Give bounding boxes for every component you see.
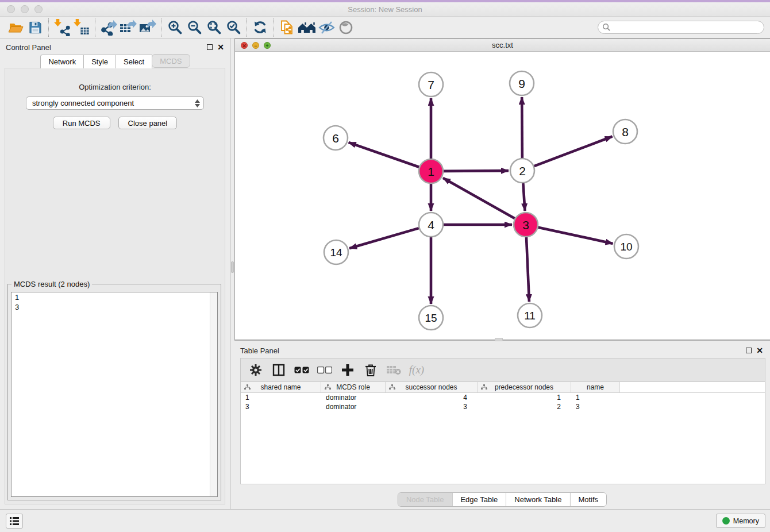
zoom-selected-button[interactable] bbox=[224, 18, 243, 37]
column-header-name[interactable]: name bbox=[571, 382, 620, 392]
svg-text:6: 6 bbox=[332, 132, 339, 145]
hide-graphics-details-button[interactable] bbox=[317, 18, 336, 37]
table-cell[interactable]: dominator bbox=[321, 402, 386, 411]
float-panel-icon[interactable] bbox=[746, 348, 752, 353]
export-image-button[interactable] bbox=[138, 18, 157, 37]
graph-node-7[interactable]: 7 bbox=[419, 72, 443, 97]
edge-3-10[interactable] bbox=[538, 228, 613, 244]
create-column-button[interactable] bbox=[337, 360, 358, 380]
delete-column-button[interactable] bbox=[360, 360, 381, 380]
graph-node-9[interactable]: 9 bbox=[510, 71, 534, 95]
delete-table-button[interactable] bbox=[383, 360, 404, 380]
import-table-button[interactable] bbox=[72, 18, 91, 37]
table-icon bbox=[79, 25, 90, 36]
graph-node-11[interactable]: 11 bbox=[518, 303, 542, 327]
memory-button[interactable]: Memory bbox=[716, 514, 765, 528]
duplicate-network-button[interactable] bbox=[278, 18, 297, 37]
run-mcds-button[interactable]: Run MCDS bbox=[53, 117, 110, 129]
graph-node-15[interactable]: 15 bbox=[419, 306, 443, 330]
edge-3-1[interactable] bbox=[443, 178, 515, 218]
save-session-button[interactable] bbox=[25, 18, 45, 37]
network-maximize-button[interactable]: + bbox=[264, 42, 271, 49]
column-header-successor-nodes[interactable]: successor nodes bbox=[386, 382, 478, 392]
import-network-button[interactable] bbox=[52, 18, 72, 37]
edge-2-3[interactable] bbox=[523, 183, 525, 211]
column-header-predecessor-nodes[interactable]: predecessor nodes bbox=[478, 382, 571, 392]
neighbors-button[interactable] bbox=[297, 18, 317, 37]
edge-1-6[interactable] bbox=[349, 142, 419, 167]
edge-1-2[interactable] bbox=[444, 171, 509, 171]
toolbar-separator bbox=[274, 18, 274, 37]
tab-network[interactable]: Network bbox=[40, 55, 84, 68]
network-window-titlebar[interactable]: ✕ − + scc.txt bbox=[235, 39, 770, 52]
titlebar[interactable]: Session: New Session bbox=[0, 2, 770, 17]
table-cell[interactable]: 4 bbox=[386, 393, 478, 402]
table-settings-button[interactable] bbox=[245, 360, 266, 380]
graph-node-1[interactable]: 1 bbox=[419, 159, 443, 183]
vertical-splitter[interactable] bbox=[230, 38, 234, 509]
export-table-button[interactable] bbox=[118, 18, 138, 37]
tab-network-table[interactable]: Network Table bbox=[506, 493, 569, 506]
tab-style[interactable]: Style bbox=[83, 55, 116, 68]
optimization-select[interactable]: strongly connected component bbox=[26, 97, 204, 110]
edge-2-9[interactable] bbox=[522, 97, 522, 158]
table-cell[interactable]: 1 bbox=[571, 393, 620, 402]
table-row[interactable]: 1dominator411 bbox=[241, 393, 765, 402]
refresh-layout-button[interactable] bbox=[251, 18, 270, 37]
tab-edge-table[interactable]: Edge Table bbox=[452, 493, 506, 506]
result-scrollbar[interactable] bbox=[210, 292, 217, 496]
show-columns-button[interactable] bbox=[268, 360, 289, 380]
edge-3-11[interactable] bbox=[526, 237, 529, 302]
app-window: Session: New Session bbox=[0, 0, 770, 532]
toolbar-separator bbox=[161, 18, 161, 37]
graph-node-3[interactable]: 3 bbox=[514, 213, 538, 237]
graph-node-4[interactable]: 4 bbox=[419, 213, 443, 237]
table-row[interactable]: 3dominator323 bbox=[241, 402, 765, 411]
splitter-handle[interactable] bbox=[231, 261, 234, 273]
table-cell[interactable]: 3 bbox=[386, 402, 478, 411]
column-header-shared-name[interactable]: shared name bbox=[241, 382, 321, 392]
toolbar-separator bbox=[95, 18, 95, 37]
close-panel-icon[interactable]: ✕ bbox=[217, 43, 224, 51]
tab-node-table[interactable]: Node Table bbox=[398, 493, 452, 506]
table-cell[interactable]: dominator bbox=[321, 393, 386, 402]
node-table[interactable]: shared nameMCDS rolesuccessor nodesprede… bbox=[240, 382, 765, 484]
table-tabs: Node TableEdge TableNetwork TableMotifs bbox=[398, 492, 607, 507]
search-input[interactable] bbox=[598, 21, 764, 34]
deselect-all-columns-button[interactable] bbox=[314, 360, 335, 380]
network-close-button[interactable]: ✕ bbox=[241, 42, 248, 49]
edge-2-8[interactable] bbox=[534, 137, 613, 167]
edge-4-14[interactable] bbox=[349, 228, 419, 248]
table-cell[interactable]: 3 bbox=[241, 402, 321, 411]
function-builder-button[interactable]: f(x) bbox=[406, 360, 427, 380]
horizontal-splitter-handle[interactable] bbox=[495, 338, 503, 341]
graph-node-10[interactable]: 10 bbox=[614, 234, 638, 259]
close-panel-icon[interactable]: ✕ bbox=[756, 346, 763, 354]
close-panel-button[interactable]: Close panel bbox=[118, 117, 178, 129]
graph-node-6[interactable]: 6 bbox=[324, 126, 348, 150]
graph-node-2[interactable]: 2 bbox=[510, 159, 534, 183]
network-canvas[interactable]: 7968124314101511 bbox=[235, 52, 770, 340]
tab-mcds[interactable]: MCDS bbox=[152, 54, 190, 68]
show-graphics-details-button[interactable] bbox=[336, 18, 356, 37]
graph-node-8[interactable]: 8 bbox=[613, 119, 637, 144]
table-cell[interactable]: 3 bbox=[571, 402, 620, 411]
table-cell[interactable]: 1 bbox=[478, 393, 571, 402]
network-minimize-button[interactable]: − bbox=[252, 42, 259, 49]
zoom-in-button[interactable] bbox=[165, 18, 184, 37]
export-network-button[interactable] bbox=[99, 18, 118, 37]
open-session-button[interactable] bbox=[6, 18, 25, 37]
float-panel-icon[interactable] bbox=[207, 44, 213, 50]
zoom-fit-button[interactable] bbox=[204, 18, 224, 37]
table-cell[interactable]: 2 bbox=[478, 402, 571, 411]
select-all-columns-button[interactable] bbox=[291, 360, 312, 380]
fx-icon: f(x) bbox=[409, 364, 424, 376]
column-header-MCDS-role[interactable]: MCDS role bbox=[321, 382, 386, 392]
task-history-button[interactable] bbox=[6, 514, 23, 529]
zoom-out-button[interactable] bbox=[184, 18, 204, 37]
tab-select[interactable]: Select bbox=[116, 55, 152, 68]
tab-motifs[interactable]: Motifs bbox=[569, 493, 606, 506]
table-cell[interactable]: 1 bbox=[241, 393, 321, 402]
column-type-icon bbox=[244, 384, 251, 390]
graph-node-14[interactable]: 14 bbox=[324, 240, 348, 264]
